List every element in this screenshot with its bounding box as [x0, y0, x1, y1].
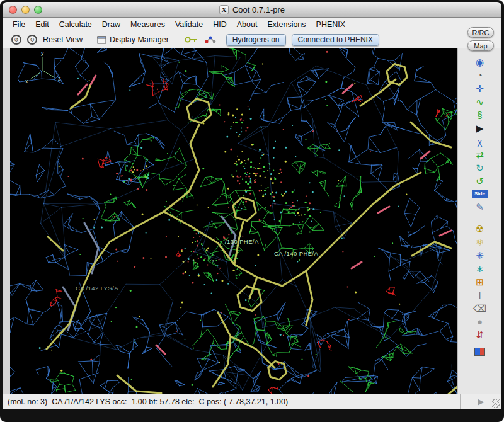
add-alt-conf-icon[interactable]: ∗: [472, 262, 488, 275]
map-dot: [299, 259, 300, 261]
map-dot: [245, 163, 246, 164]
menu-hid[interactable]: HID: [208, 19, 232, 30]
canvas-label-0: CA /142 LYS/A: [76, 285, 118, 292]
real-space-refine-icon[interactable]: ∿: [472, 95, 488, 108]
menu-file[interactable]: File: [8, 19, 30, 30]
map-dot: [244, 172, 246, 174]
menu-calculate[interactable]: Calculate: [54, 19, 97, 30]
map-dot: [237, 122, 238, 123]
mesh-path: [105, 131, 164, 185]
flip-arrows-icon[interactable]: ⇵: [472, 328, 488, 341]
map-dot: [237, 180, 239, 182]
radiation-icon[interactable]: ☢: [472, 222, 488, 236]
map-dot: [192, 117, 193, 118]
map-dot: [237, 156, 238, 157]
mesh-path: [98, 157, 112, 168]
map-dot: [255, 174, 257, 176]
place-atom-icon[interactable]: ⊞: [472, 275, 488, 288]
map-dot: [146, 165, 147, 167]
edit-backbone-icon[interactable]: ✎: [472, 200, 488, 214]
zoom-button[interactable]: [34, 6, 42, 14]
mesh-path: [194, 366, 261, 394]
clock-icon[interactable]: ◔: [472, 69, 488, 82]
map-dot: [211, 293, 212, 294]
map-dot: [130, 169, 132, 171]
map-dot: [263, 154, 264, 155]
map-dot: [273, 170, 274, 171]
map-dot: [147, 169, 148, 170]
auto-fit-rotamer-icon[interactable]: ↻: [472, 161, 488, 174]
map-dot: [197, 254, 198, 256]
map-dot: [199, 236, 200, 237]
menu-measures[interactable]: Measures: [125, 19, 170, 30]
molecule-icon[interactable]: [204, 35, 217, 44]
app-window: X Coot 0.7.1-pre FileEditCalculateDrawMe…: [0, 0, 504, 422]
title-bar[interactable]: X Coot 0.7.1-pre: [3, 2, 501, 18]
translate-zone-icon[interactable]: ✛: [472, 82, 488, 95]
phenix-status-button[interactable]: Connected to PHENIX: [292, 34, 379, 46]
map-dot: [255, 314, 256, 316]
minimize-button[interactable]: [21, 6, 30, 14]
view-sphere-icon[interactable]: ◉: [472, 55, 488, 69]
regularize-zone-icon[interactable]: §: [472, 108, 488, 122]
display-manager-button[interactable]: Display Manager: [97, 35, 169, 44]
map-dot: [253, 144, 254, 145]
rotate-translate-icon[interactable]: ⇄: [472, 148, 488, 161]
map-dot: [232, 115, 234, 117]
map-dot: [348, 319, 350, 320]
hydrogens-toggle[interactable]: Hydrogens on: [226, 34, 286, 46]
map-dot: [254, 180, 255, 181]
map-dot: [245, 201, 247, 203]
map-dot: [110, 193, 112, 195]
map-dot: [39, 347, 41, 349]
rrc-button[interactable]: R/RC: [467, 27, 494, 38]
map-dot: [224, 151, 226, 152]
ideal-dna-icon[interactable]: I: [472, 288, 488, 302]
map-dot: [281, 172, 282, 173]
map-dot: [398, 206, 399, 207]
map-dot: [241, 122, 243, 123]
reset-view-button[interactable]: Reset View: [43, 35, 83, 44]
resize-grip[interactable]: [492, 399, 500, 408]
map-dot: [245, 191, 247, 193]
map-dot: [258, 219, 260, 221]
mesh-path: [436, 110, 449, 118]
menu-phenix[interactable]: PHENIX: [311, 19, 351, 30]
gray-sphere-icon[interactable]: ●: [472, 315, 488, 328]
side-chain-badge[interactable]: Side: [472, 190, 488, 198]
close-button[interactable]: [9, 6, 17, 14]
map-dot: [273, 147, 275, 149]
delete-item-icon[interactable]: ⌫: [472, 302, 488, 315]
map-dot: [219, 268, 220, 269]
map-dot: [246, 174, 248, 175]
issues-flag-icon[interactable]: [474, 348, 485, 356]
menu-draw[interactable]: Draw: [97, 19, 125, 30]
map-dot: [140, 170, 142, 171]
chi-angles-icon[interactable]: χ: [472, 135, 488, 148]
map-dot: [142, 257, 144, 259]
add-terminal-residue-icon[interactable]: ✳: [472, 249, 488, 262]
map-dot: [295, 156, 296, 157]
undo-icon[interactable]: ↺: [11, 35, 21, 45]
menu-extensions[interactable]: Extensions: [262, 19, 311, 30]
play-icon[interactable]: ▶: [478, 397, 484, 406]
window-title-text: Coot 0.7.1-pre: [232, 5, 285, 14]
map-button[interactable]: Map: [467, 40, 494, 51]
key-icon[interactable]: [185, 36, 198, 43]
redo-icon[interactable]: ↻: [27, 35, 37, 45]
map-dot: [354, 83, 355, 84]
map-dot: [224, 121, 226, 122]
map-dot: [215, 279, 217, 281]
menu-validate[interactable]: Validate: [170, 19, 208, 30]
mutate-residue-icon[interactable]: ⚛: [472, 236, 488, 249]
map-dot: [236, 170, 237, 171]
menu-about[interactable]: About: [232, 19, 263, 30]
map-dot: [214, 239, 215, 240]
rotamers-icon[interactable]: ↺: [472, 174, 488, 188]
rigid-body-fit-icon[interactable]: ▶: [472, 122, 488, 135]
map-dot: [193, 260, 194, 261]
menu-edit[interactable]: Edit: [30, 19, 54, 30]
map-dot: [307, 211, 308, 212]
gl-canvas[interactable]: y x z CA /142 LYS/A /130 PHE/A CA /140 P…: [10, 48, 457, 394]
map-dot: [270, 173, 272, 175]
